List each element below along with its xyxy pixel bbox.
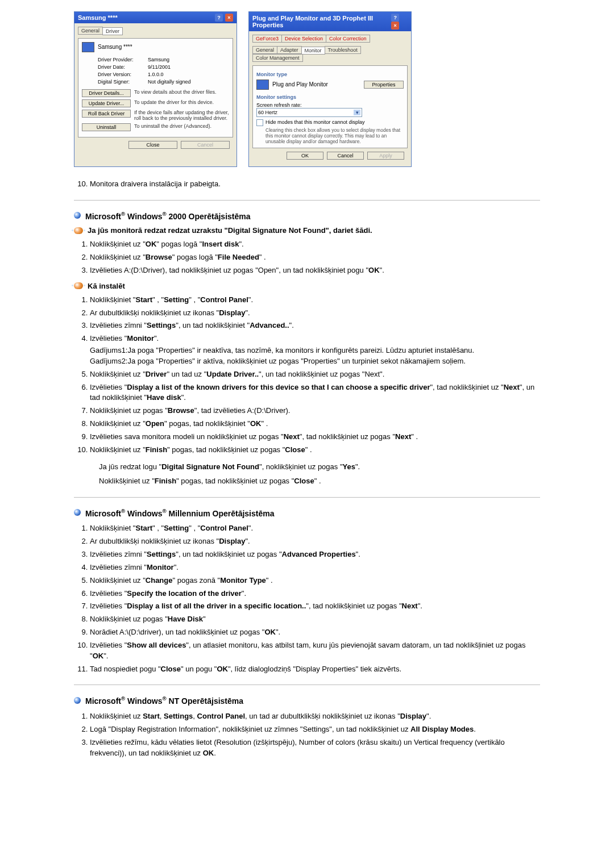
tab-color-management: Color Management — [252, 54, 303, 62]
tab-driver: Driver — [102, 27, 123, 35]
separator — [74, 497, 540, 498]
driver-details-button: Driver Details... — [82, 89, 131, 97]
list-item: Noklikšķiniet uz pogas "Have Disk" — [90, 614, 540, 625]
list-item: Izvēlieties A:(D:\Driver), tad noklikšķi… — [90, 265, 540, 276]
win2000-list1: Noklikšķiniet uz "OK" pogas logā "Insert… — [74, 239, 540, 276]
help-icon: ? — [391, 14, 399, 22]
tab-monitor: Monitor — [301, 47, 325, 55]
tab-troubleshoot: Troubleshoot — [325, 46, 361, 54]
winme-heading: Microsoft® Windows® Millennium Operētājs… — [74, 508, 540, 518]
monitor-icon — [256, 80, 269, 90]
cancel-button: Cancel — [327, 152, 364, 160]
list-item: Tad nospiediet pogu "Close" un pogu "OK"… — [90, 664, 540, 675]
date-value: 9/11/2001 — [148, 64, 229, 70]
version-value: 1.0.0.0 — [148, 72, 229, 77]
list-item: Ar dubultklikšķi noklikšķiniet uz ikonas… — [90, 308, 540, 319]
monitor-type-value: Plug and Play Monitor — [272, 81, 328, 87]
cancel-button: Cancel — [181, 141, 230, 149]
winnt-heading: Microsoft® Windows® NT Operētājsistēma — [74, 695, 540, 706]
bullet-icon — [74, 227, 83, 234]
chevron-down-icon: ▾ — [354, 110, 360, 115]
list-item: Logā "Display Registration Information",… — [90, 724, 540, 735]
list-item: Noklikšķiniet "Start" , "Setting" , "Con… — [90, 523, 540, 534]
uninstall-button: Uninstall — [82, 123, 131, 131]
driver-details-desc: To view details about the driver files. — [134, 89, 229, 95]
list-item: Izvēlieties "Monitor".Gadījums1:Ja poga … — [90, 333, 540, 367]
provider-value: Samsung — [148, 57, 229, 62]
step-10-list: Monitora draivera instalācija ir pabeigt… — [74, 178, 540, 190]
update-driver-button: Update Driver... — [82, 99, 131, 107]
winnt-list: Noklikšķiniet uz Start, Settings, Contro… — [74, 711, 540, 758]
list-item: Izvēlieties zīmni "Settings", un tad nok… — [90, 320, 540, 331]
tab-color-correction: Color Correction — [326, 35, 370, 43]
case2-text: Gadījums2:Ja poga "Properties" ir aktīva… — [90, 356, 540, 367]
list-item: Izvēlieties režīmu, kādu vēlaties lietot… — [90, 737, 540, 759]
win-title-right: Plug and Play Monitor and 3D Prophet III… — [252, 15, 391, 28]
list-item: Noklikšķiniet uz "Open" pogas, tad nokli… — [90, 419, 540, 429]
update-driver-desc: To update the driver for this device. — [134, 99, 229, 105]
list-item: Noklikšķiniet uz pogas "Browse", tad izv… — [90, 406, 540, 416]
separator — [74, 685, 540, 685]
roll-back-desc: If the device fails after updating the d… — [134, 110, 229, 121]
tab-device-selection: Device Selection — [281, 35, 326, 43]
date-label: Driver Date: — [98, 64, 143, 70]
signer-value: Not digitally signed — [148, 79, 229, 85]
win-title-left: Samsung **** — [78, 14, 118, 21]
hide-modes-label: Hide modes that this monitor cannot disp… — [265, 119, 365, 125]
help-icon: ? — [215, 14, 223, 22]
hide-modes-note: Clearing this check box allows you to se… — [265, 127, 404, 144]
tab-adapter: Adapter — [277, 46, 302, 54]
version-label: Driver Version: — [98, 72, 143, 77]
list-item: Noklikšķiniet uz "Finish" pogas, tad nok… — [90, 445, 540, 456]
ok-button: OK — [287, 152, 323, 160]
case1-text: Gadījums1:Ja poga "Properties" ir neaktī… — [90, 345, 540, 356]
list-item: Noklikšķiniet uz "OK" pogas logā "Insert… — [90, 239, 540, 250]
driver-dialog-screenshots: Samsung **** ? × General Driver Samsung … — [74, 11, 540, 167]
monitor-icon — [82, 42, 94, 52]
close-button: Close — [128, 141, 177, 149]
tab-general: General — [78, 27, 103, 35]
signer-label: Digital Signer: — [98, 79, 143, 85]
win2000-post-note2: Noklikšķiniet uz "Finish" pogas, tad nok… — [99, 475, 540, 487]
device-name: Samsung **** — [98, 44, 132, 50]
win2000-sub2: Kā instalēt — [74, 282, 540, 290]
properties-button: Properties — [364, 81, 404, 89]
roll-back-button: Roll Back Driver — [82, 110, 131, 118]
list-item: Izvēlieties zīmni "Monitor". — [90, 562, 540, 573]
list-item: Izvēlieties "Show all devices", un atlas… — [90, 640, 540, 662]
list-item: Noklikšķiniet uz "Change" pogas zonā "Mo… — [90, 575, 540, 586]
list-item: Izvēlieties "Specify the location of the… — [90, 589, 540, 599]
list-item: Noklikšķiniet uz "Driver" un tad uz "Upd… — [90, 369, 540, 380]
win2000-post-note1: Ja jūs redzat logu "Digital Signature No… — [99, 461, 540, 473]
list-item: Ar dubultklikšķi noklikšķiniet uz ikonas… — [90, 536, 540, 547]
win2000-sub1: Ja jūs monitorā redzat redzat uzrakstu "… — [74, 226, 540, 235]
win2000-list2: Noklikšķiniet "Start" , "Setting" , "Con… — [74, 295, 540, 456]
provider-label: Driver Provider: — [98, 57, 143, 62]
close-icon: × — [391, 22, 399, 30]
list-item: Izvēlieties "Display a list of all the d… — [90, 601, 540, 612]
bullet-icon — [74, 697, 81, 704]
list-item: Noklikšķiniet "Start" , "Setting" , "Con… — [90, 295, 540, 306]
winme-list: Noklikšķiniet "Start" , "Setting" , "Con… — [74, 523, 540, 674]
monitor-type-label: Monitor type — [256, 72, 404, 77]
tab-geforce3: GeForce3 — [252, 35, 282, 43]
bullet-icon — [74, 282, 83, 289]
monitor-properties-window: Plug and Play Monitor and 3D Prophet III… — [248, 11, 412, 167]
list-item: Izvēlieties sava monitora modeli un nokl… — [90, 432, 540, 443]
refresh-label: Screen refresh rate: — [256, 102, 404, 108]
monitor-settings-label: Monitor settings — [256, 94, 404, 100]
bullet-icon — [74, 212, 81, 219]
refresh-combo: 60 Hertz ▾ — [256, 108, 362, 117]
win2000-heading: Microsoft® Windows® 2000 Operētājsistēma — [74, 211, 540, 221]
list-item: Noklikšķiniet uz Start, Settings, Contro… — [90, 711, 540, 722]
driver-properties-window: Samsung **** ? × General Driver Samsung … — [74, 11, 237, 167]
checkbox-icon — [256, 119, 263, 126]
separator — [74, 200, 540, 201]
close-icon: × — [225, 14, 233, 22]
list-item: Izvēlieties zīmni "Settings", un tad nok… — [90, 549, 540, 560]
refresh-value: 60 Hertz — [258, 110, 277, 115]
list-item: Noklikšķiniet uz "Browse" pogas logā "Fi… — [90, 252, 540, 263]
step-10-item: Monitora draivera instalācija ir pabeigt… — [90, 178, 540, 190]
list-item: Izvēlieties "Display a list of the known… — [90, 382, 540, 404]
apply-button: Apply — [367, 152, 404, 160]
